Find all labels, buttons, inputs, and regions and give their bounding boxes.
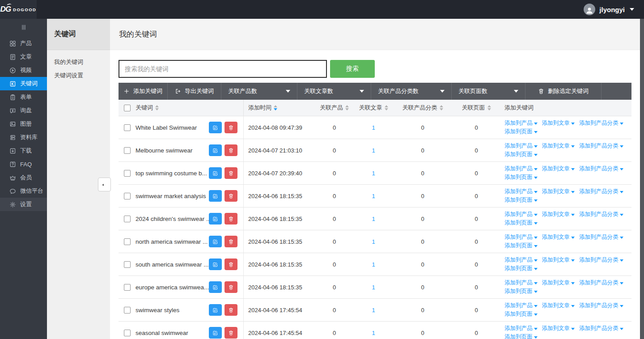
sidebar-item[interactable]: 会员: [0, 171, 47, 184]
edit-button[interactable]: [209, 167, 222, 179]
sidebar-item[interactable]: FAQ: [0, 157, 47, 171]
related-articles-count-link[interactable]: 1: [353, 170, 394, 177]
search-button[interactable]: 搜索: [330, 60, 375, 78]
related-articles-count-link[interactable]: 1: [353, 330, 394, 336]
export-keyword-button[interactable]: 导出关键词: [168, 83, 221, 100]
row-checkbox[interactable]: [124, 330, 131, 336]
add-to-product-link[interactable]: 添加到产品: [504, 187, 538, 196]
dropdown-related-products[interactable]: 关联产品数: [221, 83, 297, 100]
add-to-article-link[interactable]: 添加到文章: [542, 324, 575, 333]
related-articles-count-link[interactable]: 1: [353, 147, 394, 154]
related-articles-count-link[interactable]: 1: [353, 307, 394, 314]
column-header-related-pages[interactable]: 关联页面: [452, 104, 501, 112]
add-to-product-link[interactable]: 添加到产品: [504, 324, 538, 333]
add-to-page-link[interactable]: 添加到页面: [504, 242, 538, 250]
sidebar-item[interactable]: 资料库: [0, 131, 47, 144]
add-to-page-link[interactable]: 添加到页面: [504, 287, 538, 296]
add-to-page-link[interactable]: 添加到页面: [504, 196, 538, 204]
add-to-article-link[interactable]: 添加到文章: [542, 165, 575, 173]
add-to-article-link[interactable]: 添加到文章: [542, 210, 575, 219]
add-to-product-link[interactable]: 添加到产品: [504, 142, 538, 150]
add-to-article-link[interactable]: 添加到文章: [542, 119, 575, 127]
sidebar-item[interactable]: 产品: [0, 37, 47, 50]
sidebar-item[interactable]: 表单: [0, 90, 47, 104]
scrollbar-thumb[interactable]: [640, 19, 644, 339]
subsidebar-collapse-button[interactable]: [98, 178, 111, 191]
delete-button[interactable]: [225, 304, 237, 316]
add-to-product-link[interactable]: 添加到产品: [504, 256, 538, 264]
column-header-related-articles[interactable]: 关联文章: [353, 104, 394, 112]
row-checkbox[interactable]: [124, 307, 131, 314]
add-to-category-link[interactable]: 添加到产品分类: [579, 210, 623, 219]
add-to-category-link[interactable]: 添加到产品分类: [579, 256, 623, 264]
select-all-checkbox[interactable]: [124, 105, 131, 111]
add-to-article-link[interactable]: 添加到文章: [542, 301, 575, 310]
delete-button[interactable]: [225, 122, 237, 133]
row-checkbox[interactable]: [124, 147, 131, 154]
delete-button[interactable]: [225, 213, 237, 225]
add-to-product-link[interactable]: 添加到产品: [504, 119, 538, 127]
add-to-category-link[interactable]: 添加到产品分类: [579, 142, 623, 150]
add-to-category-link[interactable]: 添加到产品分类: [579, 233, 623, 242]
column-header-keyword[interactable]: 关键词: [136, 100, 244, 116]
delete-selected-button[interactable]: 删除选定关键词: [525, 83, 602, 100]
column-header-related-categories[interactable]: 关联产品分类: [394, 104, 452, 112]
add-to-page-link[interactable]: 添加到页面: [504, 333, 538, 339]
row-checkbox[interactable]: [124, 124, 131, 131]
delete-button[interactable]: [225, 327, 237, 339]
add-to-product-link[interactable]: 添加到产品: [504, 210, 538, 219]
add-to-category-link[interactable]: 添加到产品分类: [579, 324, 623, 333]
add-to-article-link[interactable]: 添加到文章: [542, 279, 575, 287]
edit-button[interactable]: [209, 258, 222, 270]
dropdown-related-categories[interactable]: 关联产品分类数: [371, 83, 452, 100]
delete-button[interactable]: [225, 190, 237, 202]
add-to-article-link[interactable]: 添加到文章: [542, 256, 575, 264]
related-articles-count-link[interactable]: 1: [353, 124, 394, 131]
edit-button[interactable]: [209, 281, 222, 293]
related-articles-count-link[interactable]: 1: [353, 261, 394, 268]
add-to-page-link[interactable]: 添加到页面: [504, 264, 538, 273]
add-to-page-link[interactable]: 添加到页面: [504, 219, 538, 227]
subsidebar-item[interactable]: 我的关键词: [47, 55, 110, 69]
add-to-category-link[interactable]: 添加到产品分类: [579, 187, 623, 196]
edit-button[interactable]: [209, 122, 222, 133]
add-to-article-link[interactable]: 添加到文章: [542, 142, 575, 150]
add-to-product-link[interactable]: 添加到产品: [504, 165, 538, 173]
sidebar-item[interactable]: 微信平台: [0, 184, 47, 198]
sidebar-item[interactable]: 设置: [0, 198, 47, 211]
dropdown-related-articles[interactable]: 关联文章数: [297, 83, 371, 100]
sidebar-item[interactable]: 关键词: [0, 77, 47, 90]
add-to-product-link[interactable]: 添加到产品: [504, 279, 538, 287]
row-checkbox[interactable]: [124, 284, 131, 291]
sidebar-item[interactable]: 询盘: [0, 104, 47, 117]
add-to-page-link[interactable]: 添加到页面: [504, 150, 538, 159]
add-to-category-link[interactable]: 添加到产品分类: [579, 301, 623, 310]
row-checkbox[interactable]: [124, 170, 131, 177]
dropdown-related-pages[interactable]: 关联页面数: [452, 83, 525, 100]
row-checkbox[interactable]: [124, 238, 131, 245]
scrollbar[interactable]: [640, 19, 644, 339]
add-to-category-link[interactable]: 添加到产品分类: [579, 119, 623, 127]
sidebar-item[interactable]: 图册: [0, 117, 47, 131]
avatar[interactable]: [584, 4, 595, 15]
edit-button[interactable]: [209, 327, 222, 339]
add-to-article-link[interactable]: 添加到文章: [542, 187, 575, 196]
related-articles-count-link[interactable]: 1: [353, 238, 394, 245]
delete-button[interactable]: [225, 167, 237, 179]
edit-button[interactable]: [209, 213, 222, 225]
add-to-page-link[interactable]: 添加到页面: [504, 127, 538, 136]
add-to-category-link[interactable]: 添加到产品分类: [579, 165, 623, 173]
edit-button[interactable]: [209, 144, 222, 156]
add-to-page-link[interactable]: 添加到页面: [504, 310, 538, 318]
add-to-article-link[interactable]: 添加到文章: [542, 233, 575, 242]
related-articles-count-link[interactable]: 1: [353, 216, 394, 222]
row-checkbox[interactable]: [124, 193, 131, 199]
related-articles-count-link[interactable]: 1: [353, 193, 394, 199]
delete-button[interactable]: [225, 281, 237, 293]
subsidebar-item[interactable]: 关键词设置: [47, 69, 110, 82]
row-checkbox[interactable]: [124, 261, 131, 268]
column-header-related-products[interactable]: 关联产品: [315, 104, 353, 112]
sidebar-item[interactable]: 下载: [0, 144, 47, 157]
edit-button[interactable]: [209, 304, 222, 316]
sidebar-item[interactable]: 视频: [0, 64, 47, 77]
